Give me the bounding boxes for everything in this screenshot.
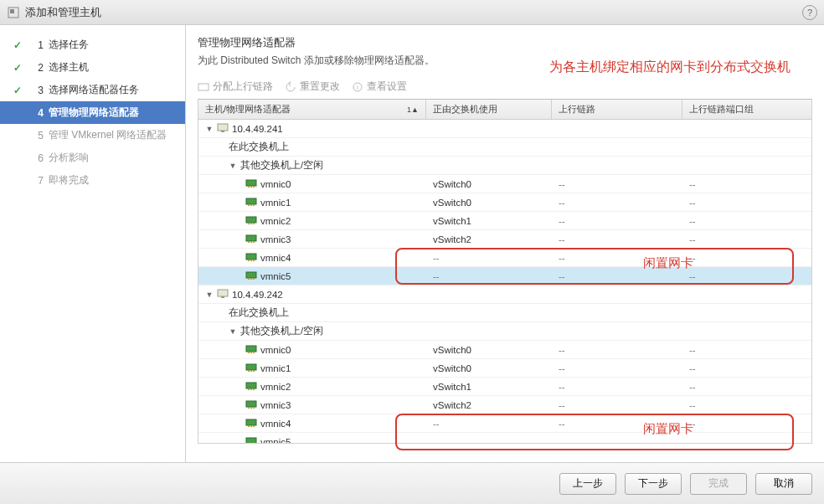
nic-icon bbox=[245, 363, 257, 374]
nic-use: -- bbox=[433, 253, 440, 263]
view-settings-button[interactable]: i 查看设置 bbox=[352, 80, 407, 94]
svg-rect-18 bbox=[253, 223, 255, 224]
nic-use: -- bbox=[433, 437, 440, 444]
host-row[interactable]: ▼10.4.49.241 bbox=[198, 120, 811, 138]
expand-icon[interactable]: ▼ bbox=[205, 291, 214, 299]
svg-rect-43 bbox=[250, 388, 252, 390]
otherswitch-row[interactable]: ▼其他交换机上/空闲 bbox=[198, 157, 811, 175]
svg-rect-33 bbox=[246, 346, 256, 352]
svg-rect-41 bbox=[246, 383, 256, 388]
svg-rect-45 bbox=[246, 401, 256, 407]
svg-rect-34 bbox=[248, 352, 250, 353]
nic-icon bbox=[245, 381, 257, 393]
nic-row[interactable]: vmnic0vSwitch0---- bbox=[198, 341, 811, 359]
next-button[interactable]: 下一步 bbox=[625, 473, 682, 495]
col-use[interactable]: 正由交换机使用 bbox=[426, 100, 552, 119]
cancel-button[interactable]: 取消 bbox=[755, 473, 812, 495]
nic-row[interactable]: vmnic5------ bbox=[198, 267, 811, 285]
nic-row[interactable]: vmnic5------ bbox=[198, 433, 811, 443]
svg-rect-22 bbox=[253, 241, 255, 243]
titlebar: 添加和管理主机 ? bbox=[0, 0, 824, 25]
nic-name: vmnic2 bbox=[260, 382, 291, 392]
svg-rect-31 bbox=[218, 290, 228, 296]
nic-name: vmnic4 bbox=[260, 419, 291, 429]
svg-rect-51 bbox=[250, 425, 252, 427]
nic-icon bbox=[245, 197, 257, 208]
nic-group: -- bbox=[689, 363, 696, 373]
nic-row[interactable]: vmnic0vSwitch0---- bbox=[198, 175, 811, 193]
annotation-idle-2: 闲置网卡 bbox=[643, 421, 693, 437]
nic-row[interactable]: vmnic4------ bbox=[198, 414, 811, 433]
check-icon: ✓ bbox=[13, 85, 25, 96]
svg-rect-38 bbox=[248, 370, 250, 372]
otherswitch-label: 其他交换机上/空闲 bbox=[240, 159, 323, 172]
svg-rect-40 bbox=[253, 370, 255, 372]
step-3[interactable]: ✓3选择网络适配器任务 bbox=[0, 79, 185, 101]
toolbar: 分配上行链路 重置更改 i 查看设置 bbox=[198, 75, 812, 99]
back-button[interactable]: 上一步 bbox=[559, 473, 616, 495]
svg-rect-1 bbox=[10, 9, 14, 13]
svg-rect-36 bbox=[253, 352, 255, 353]
step-1[interactable]: ✓1选择任务 bbox=[0, 33, 185, 56]
nic-uplink: -- bbox=[559, 419, 565, 429]
nic-uplink: -- bbox=[559, 234, 565, 244]
host-ip: 10.4.49.242 bbox=[232, 290, 283, 300]
svg-rect-28 bbox=[248, 278, 250, 280]
host-row[interactable]: ▼10.4.49.242 bbox=[198, 285, 811, 304]
nic-icon bbox=[245, 178, 257, 190]
nic-group: -- bbox=[689, 234, 696, 244]
svg-rect-13 bbox=[250, 204, 252, 206]
nic-row[interactable]: vmnic3vSwitch2---- bbox=[198, 230, 811, 249]
nic-icon bbox=[245, 234, 257, 245]
wizard-steps: ✓1选择任务 ✓2选择主机 ✓3选择网络适配器任务 4管理物理网络适配器 5管理… bbox=[0, 25, 186, 462]
svg-rect-11 bbox=[246, 198, 256, 204]
assign-uplink-button[interactable]: 分配上行链路 bbox=[198, 80, 273, 94]
svg-rect-7 bbox=[246, 180, 256, 186]
nic-icon bbox=[245, 418, 257, 429]
nic-name: vmnic5 bbox=[260, 271, 291, 281]
col-name[interactable]: 主机/物理网络适配器1▲ bbox=[198, 100, 426, 119]
finish-button: 完成 bbox=[690, 473, 747, 495]
svg-rect-48 bbox=[253, 407, 255, 409]
svg-rect-50 bbox=[248, 425, 250, 427]
nic-use: vSwitch1 bbox=[433, 382, 471, 392]
expand-icon[interactable]: ▼ bbox=[229, 327, 237, 336]
assign-icon bbox=[198, 81, 209, 93]
nic-row[interactable]: vmnic1vSwitch0---- bbox=[198, 193, 811, 212]
main-panel: 管理物理网络适配器 为此 Distributed Switch 添加或移除物理网… bbox=[186, 25, 824, 462]
step-2[interactable]: ✓2选择主机 bbox=[0, 56, 185, 79]
otherswitch-row[interactable]: ▼其他交换机上/空闲 bbox=[198, 322, 811, 341]
nic-row[interactable]: vmnic2vSwitch1---- bbox=[198, 378, 811, 396]
onswitch-row[interactable]: 在此交换机上 bbox=[198, 138, 811, 157]
svg-rect-23 bbox=[246, 254, 256, 260]
nic-group: -- bbox=[689, 400, 696, 410]
svg-rect-20 bbox=[248, 241, 250, 243]
col-uplink[interactable]: 上行链路 bbox=[552, 100, 682, 119]
nic-row[interactable]: vmnic1vSwitch0---- bbox=[198, 359, 811, 378]
svg-rect-49 bbox=[246, 419, 256, 425]
reset-changes-button[interactable]: 重置更改 bbox=[285, 80, 340, 94]
expand-icon[interactable]: ▼ bbox=[229, 162, 237, 170]
svg-rect-44 bbox=[253, 388, 255, 390]
nic-uplink: -- bbox=[559, 363, 565, 373]
col-group[interactable]: 上行链路端口组 bbox=[682, 100, 811, 119]
host-ip: 10.4.49.241 bbox=[232, 124, 283, 134]
onswitch-row[interactable]: 在此交换机上 bbox=[198, 304, 811, 322]
nic-group: -- bbox=[689, 198, 696, 208]
nic-row[interactable]: vmnic4------ bbox=[198, 249, 811, 267]
info-icon: i bbox=[352, 81, 363, 93]
step-4[interactable]: 4管理物理网络适配器 bbox=[0, 101, 185, 124]
svg-rect-15 bbox=[246, 217, 256, 223]
svg-rect-19 bbox=[246, 235, 256, 241]
nic-group: -- bbox=[689, 216, 696, 226]
otherswitch-label: 其他交换机上/空闲 bbox=[240, 325, 323, 337]
nic-row[interactable]: vmnic2vSwitch1---- bbox=[198, 212, 811, 230]
step-7: 7即将完成 bbox=[0, 169, 185, 192]
nic-use: vSwitch0 bbox=[433, 363, 471, 373]
nic-icon bbox=[245, 436, 257, 444]
nic-uplink: -- bbox=[559, 253, 565, 263]
help-icon[interactable]: ? bbox=[802, 5, 817, 20]
expand-icon[interactable]: ▼ bbox=[205, 125, 214, 133]
nic-row[interactable]: vmnic3vSwitch2---- bbox=[198, 396, 811, 414]
svg-rect-52 bbox=[253, 425, 255, 427]
